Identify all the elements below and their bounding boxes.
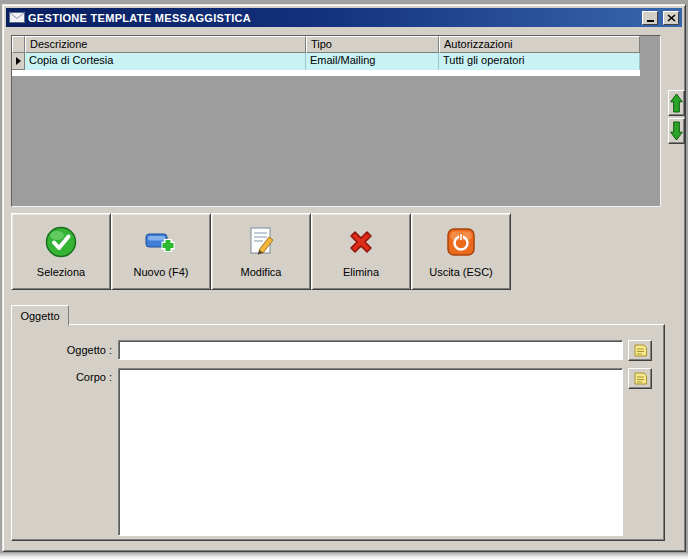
oggetto-input[interactable] [118,340,623,360]
cell-descrizione: Copia di Cortesia [25,53,306,70]
oggetto-panel: Oggetto : Corpo : [11,324,665,541]
delete-x-icon [344,225,378,259]
elimina-label: Elimina [343,266,379,278]
minimize-icon [647,20,654,22]
select-check-icon [44,225,78,259]
cell-autorizzazioni: Tutti gli operatori [439,53,640,70]
nuovo-button[interactable]: Nuovo (F4) [111,213,211,290]
corpo-label: Corpo : [16,371,112,383]
tab-oggetto[interactable]: Oggetto [11,305,69,326]
oggetto-editor-button[interactable] [628,340,652,361]
edit-pencil-icon [244,225,278,259]
column-header-tipo[interactable]: Tipo [306,36,439,53]
corpo-editor-button[interactable] [628,368,652,389]
uscita-button[interactable]: Uscita (ESC) [411,213,511,290]
window-title: GESTIONE TEMPLATE MESSAGGISTICA [28,12,639,24]
close-icon [667,14,676,22]
close-button[interactable] [663,11,679,25]
grid-empty-row [12,70,640,76]
seleziona-button[interactable]: Seleziona [11,213,111,290]
arrow-down-icon [670,121,683,141]
oggetto-label: Oggetto : [16,344,112,356]
app-window: GESTIONE TEMPLATE MESSAGGISTICA Descrizi… [2,4,686,552]
seleziona-label: Seleziona [37,266,85,278]
column-header-autorizzazioni[interactable]: Autorizzazioni [439,36,640,53]
note-icon [633,343,648,358]
uscita-label: Uscita (ESC) [429,266,493,278]
modifica-label: Modifica [241,266,282,278]
bottom-edge [0,553,688,560]
exit-power-icon [444,225,478,259]
move-up-button[interactable] [668,90,685,116]
new-plus-icon [144,225,178,259]
row-selector-header [12,36,25,53]
move-down-button[interactable] [668,118,685,144]
table-row[interactable]: Copia di Cortesia Email/Mailing Tutti gl… [12,53,640,70]
cell-tipo: Email/Mailing [306,53,439,70]
selected-row-marker-icon [16,57,21,65]
arrow-up-icon [670,93,683,113]
corpo-textarea[interactable] [118,368,623,536]
modifica-button[interactable]: Modifica [211,213,311,290]
titlebar[interactable]: GESTIONE TEMPLATE MESSAGGISTICA [6,8,682,27]
mail-envelope-icon [9,11,25,24]
action-toolbar: Seleziona Nuovo (F4) [11,213,511,290]
note-icon [633,371,648,386]
elimina-button[interactable]: Elimina [311,213,411,290]
minimize-button[interactable] [642,11,658,25]
nuovo-label: Nuovo (F4) [133,266,188,278]
row-selector-cell [12,53,25,70]
grid-header: Descrizione Tipo Autorizzazioni [12,36,660,53]
template-grid: Descrizione Tipo Autorizzazioni Copia di… [11,35,661,207]
column-header-descrizione[interactable]: Descrizione [25,36,306,53]
